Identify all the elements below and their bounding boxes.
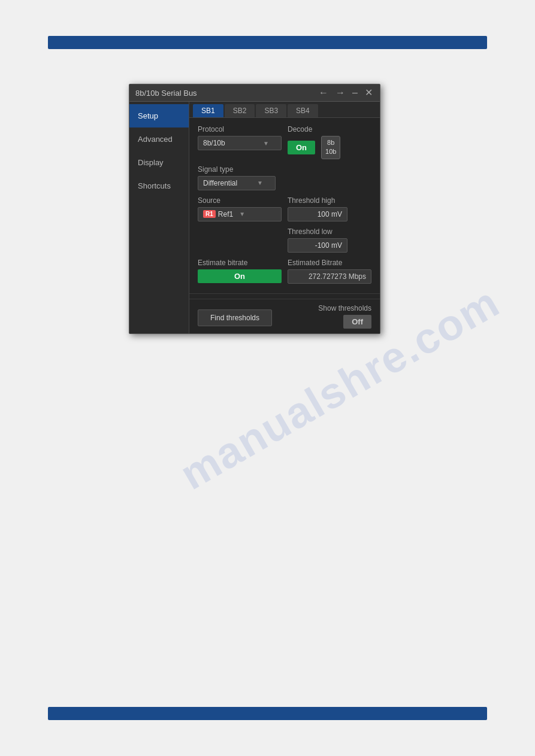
source-label: Source bbox=[198, 196, 282, 205]
threshold-low-input[interactable] bbox=[288, 238, 347, 253]
protocol-dropdown-arrow: ▼ bbox=[263, 140, 269, 147]
bottom-bar bbox=[48, 707, 487, 720]
col-threshold-low: Threshold low bbox=[282, 227, 371, 253]
estimate-bitrate-label: Estimate bitrate bbox=[198, 259, 282, 267]
decode-label: Decode bbox=[288, 125, 371, 133]
decode-box: 8b 10b bbox=[321, 136, 340, 159]
threshold-low-group: Threshold low bbox=[288, 227, 371, 253]
col-estimated-bitrate: Estimated Bitrate 272.727273 Mbps bbox=[282, 259, 371, 284]
sidebar-item-setup[interactable]: Setup bbox=[129, 104, 189, 127]
estimated-bitrate-label: Estimated Bitrate bbox=[288, 259, 371, 267]
show-thresholds-group: Show thresholds Off bbox=[318, 304, 371, 329]
threshold-high-input[interactable] bbox=[288, 207, 347, 221]
tab-sb1[interactable]: SB1 bbox=[193, 104, 223, 117]
forward-button[interactable]: → bbox=[334, 88, 346, 98]
sidebar-item-advanced[interactable]: Advanced bbox=[129, 127, 189, 151]
content-area: Protocol 8b/10b ▼ Decode bbox=[189, 118, 380, 291]
sidebar: Setup Advanced Display Shortcuts bbox=[129, 102, 189, 333]
threshold-low-label: Threshold low bbox=[288, 227, 371, 236]
find-thresholds-button[interactable]: Find thresholds bbox=[198, 309, 272, 326]
show-thresholds-toggle[interactable]: Off bbox=[343, 315, 371, 329]
divider bbox=[189, 293, 380, 294]
tab-sb4[interactable]: SB4 bbox=[288, 104, 318, 117]
row-source-threshold: Source R1 Ref1 ▼ Threshold high bbox=[198, 196, 371, 221]
decode-row: On 8b 10b bbox=[288, 136, 371, 159]
dialog-body: Setup Advanced Display Shortcuts SB1 bbox=[129, 102, 380, 333]
row-protocol-decode: Protocol 8b/10b ▼ Decode bbox=[198, 125, 371, 159]
signal-type-group: Signal type Differential ▼ bbox=[198, 165, 371, 190]
protocol-label: Protocol bbox=[198, 125, 282, 133]
col-protocol: Protocol 8b/10b ▼ bbox=[198, 125, 282, 159]
dialog-wrapper: 8b/10b Serial Bus ← → – ✕ Setup Advanced… bbox=[129, 84, 380, 334]
dialog-title: 8b/10b Serial Bus bbox=[135, 89, 197, 98]
row-bitrate: Estimate bitrate On Estimated Bitrate 27… bbox=[198, 259, 371, 284]
estimate-bitrate-toggle[interactable]: On bbox=[198, 269, 282, 283]
decode-group: Decode On 8b 10b bbox=[288, 125, 371, 159]
signal-type-dropdown-arrow: ▼ bbox=[257, 180, 263, 186]
signal-type-dropdown[interactable]: Differential ▼ bbox=[198, 176, 276, 190]
tab-bar: SB1 SB2 SB3 SB4 bbox=[189, 102, 380, 118]
signal-type-label: Signal type bbox=[198, 165, 371, 174]
threshold-high-group: Threshold high bbox=[288, 196, 371, 221]
protocol-dropdown[interactable]: 8b/10b ▼ bbox=[198, 136, 282, 150]
minimize-button[interactable]: – bbox=[351, 88, 359, 98]
source-dropdown-arrow: ▼ bbox=[239, 211, 245, 217]
main-content: SB1 SB2 SB3 SB4 bbox=[189, 102, 380, 333]
threshold-high-label: Threshold high bbox=[288, 196, 371, 205]
tab-sb2[interactable]: SB2 bbox=[225, 104, 255, 117]
close-button[interactable]: ✕ bbox=[364, 88, 374, 98]
estimated-bitrate-value: 272.727273 Mbps bbox=[288, 269, 371, 284]
source-badge: R1 bbox=[203, 210, 216, 218]
col-estimate-bitrate: Estimate bitrate On bbox=[198, 259, 282, 284]
top-bar bbox=[48, 36, 487, 49]
sidebar-item-shortcuts[interactable]: Shortcuts bbox=[129, 174, 189, 198]
col-threshold-high: Threshold high bbox=[282, 196, 371, 221]
row-threshold-low: Threshold low bbox=[198, 227, 371, 253]
dialog-controls: ← → – ✕ bbox=[318, 88, 374, 98]
tab-sb3[interactable]: SB3 bbox=[256, 104, 286, 117]
decode-toggle[interactable]: On bbox=[288, 141, 315, 154]
sidebar-item-display[interactable]: Display bbox=[129, 151, 189, 174]
estimate-bitrate-group: Estimate bitrate On bbox=[198, 259, 282, 283]
col-decode: Decode On 8b 10b bbox=[282, 125, 371, 159]
back-button[interactable]: ← bbox=[318, 88, 330, 98]
col-source: Source R1 Ref1 ▼ bbox=[198, 196, 282, 221]
source-group: Source R1 Ref1 ▼ bbox=[198, 196, 282, 221]
protocol-group: Protocol 8b/10b ▼ bbox=[198, 125, 282, 150]
show-thresholds-label: Show thresholds bbox=[318, 304, 371, 312]
dialog: 8b/10b Serial Bus ← → – ✕ Setup Advanced… bbox=[129, 84, 380, 334]
source-dropdown[interactable]: R1 Ref1 ▼ bbox=[198, 207, 282, 221]
col-empty-1 bbox=[198, 227, 282, 253]
bottom-row: Find thresholds Show thresholds Off bbox=[189, 299, 380, 333]
dialog-titlebar: 8b/10b Serial Bus ← → – ✕ bbox=[129, 84, 380, 102]
estimated-bitrate-group: Estimated Bitrate 272.727273 Mbps bbox=[288, 259, 371, 284]
